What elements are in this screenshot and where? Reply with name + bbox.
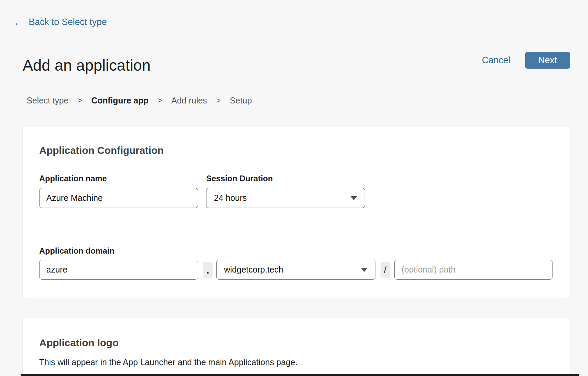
cancel-button[interactable]: Cancel: [482, 55, 510, 66]
logo-card-description: This will appear in the App Launcher and…: [39, 357, 297, 367]
step-separator-icon: >: [216, 96, 221, 105]
domain-select-value: widgetcorp.tech: [224, 265, 283, 275]
domain-dot-separator: .: [203, 262, 213, 278]
application-name-input[interactable]: [39, 188, 198, 208]
application-logo-card: Application logo This will appear in the…: [22, 318, 570, 376]
chevron-down-icon: [350, 196, 357, 200]
page-title: Add an application: [23, 56, 151, 74]
step-configure-app[interactable]: Configure app: [91, 96, 148, 105]
next-button[interactable]: Next: [525, 52, 570, 69]
breadcrumb-steps: Select type > Configure app > Add rules …: [27, 96, 252, 105]
session-duration-value: 24 hours: [214, 193, 247, 203]
application-name-label: Application name: [39, 174, 107, 183]
step-select-type[interactable]: Select type: [27, 96, 69, 105]
back-link-label: Back to Select type: [29, 17, 107, 27]
step-separator-icon: >: [78, 96, 82, 105]
session-duration-select[interactable]: 24 hours: [206, 188, 365, 208]
step-setup[interactable]: Setup: [230, 96, 252, 105]
domain-slash-separator: /: [381, 262, 390, 278]
back-link[interactable]: ← Back to Select type: [14, 17, 107, 27]
chevron-down-icon: [361, 268, 368, 272]
bottom-edge-strip: [21, 374, 579, 376]
subdomain-input[interactable]: [39, 260, 198, 280]
application-configuration-card: Application Configuration Application na…: [22, 127, 570, 299]
step-separator-icon: >: [158, 96, 162, 105]
application-domain-label: Application domain: [39, 246, 115, 256]
logo-card-title: Application logo: [39, 337, 119, 349]
config-card-title: Application Configuration: [39, 145, 164, 156]
domain-select[interactable]: widgetcorp.tech: [216, 260, 375, 280]
header-actions: Cancel Next: [482, 52, 570, 69]
path-input[interactable]: [394, 260, 553, 280]
step-add-rules[interactable]: Add rules: [171, 96, 207, 105]
back-arrow-icon: ←: [14, 17, 24, 27]
add-application-page: ← Back to Select type Add an application…: [0, 0, 588, 376]
session-duration-label: Session Duration: [206, 174, 273, 183]
